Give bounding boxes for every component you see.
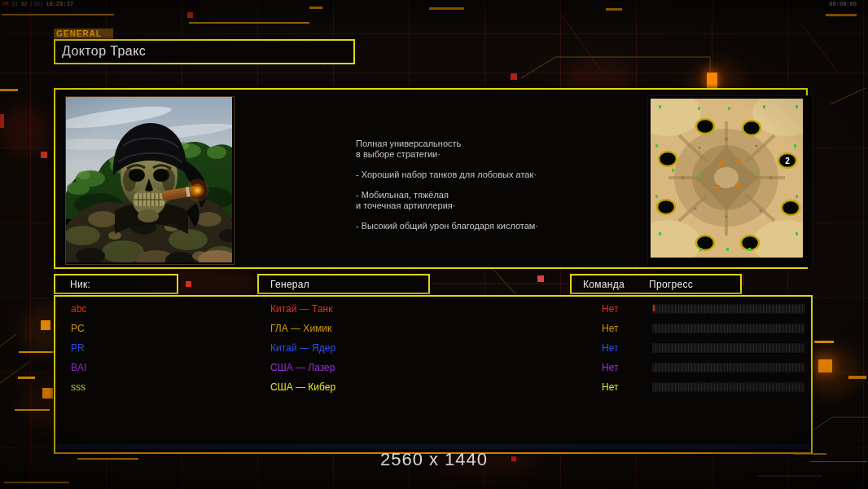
decor-line <box>429 7 464 10</box>
player-general: ГЛА — Химик <box>270 323 331 334</box>
description-paragraph: - Высокий общий урон благодаря кислотам· <box>356 221 616 231</box>
player-nick: abc <box>71 303 86 315</box>
description-paragraph: - Мобильная, тяжёлая и точечная артиллер… <box>356 190 616 211</box>
player-team: Нет <box>602 323 618 334</box>
player-general: Китай — Танк <box>270 303 332 315</box>
player-team: Нет <box>602 362 618 373</box>
player-row[interactable]: abc Китай — Танк Нет <box>55 301 811 319</box>
player-team: Нет <box>602 342 618 354</box>
map-start-badge: 2 <box>785 156 790 165</box>
player-progress-bar <box>651 342 806 354</box>
decor-line <box>810 461 867 462</box>
description-paragraph: - Хороший набор танков для лобовых атак· <box>356 170 616 180</box>
decor-line <box>814 341 834 343</box>
player-team: Нет <box>602 381 618 393</box>
player-row[interactable]: PC ГЛА — Химик Нет <box>55 320 811 338</box>
map-preview[interactable]: 2 <box>651 99 803 258</box>
progress-cursor <box>653 305 655 311</box>
map-preview-frame: 2 <box>647 95 813 267</box>
decor-line <box>309 7 322 9</box>
player-list-panel: abc Китай — Танк Нет PC ГЛА — Химик Нет … <box>54 295 813 454</box>
decor-line <box>848 376 866 379</box>
decor-line <box>19 351 54 353</box>
header-progress: Прогресс <box>649 279 693 290</box>
header-general: Генерал <box>270 279 309 290</box>
decor-square <box>707 73 717 90</box>
debug-clock: 16:29:37 <box>46 1 73 7</box>
decor-glow <box>0 106 49 155</box>
player-nick: PR <box>71 342 85 354</box>
header-general-box: Генерал <box>257 274 430 294</box>
general-portrait <box>66 97 232 262</box>
player-progress-bar <box>651 362 806 373</box>
decor-line <box>189 22 309 24</box>
decor-square <box>186 281 191 287</box>
decor-line <box>606 8 622 11</box>
player-nick: PC <box>71 323 85 334</box>
player-team: Нет <box>602 303 618 315</box>
debug-fps: 31 <box>11 1 17 7</box>
general-description: Полная универсальность в выборе стратеги… <box>356 139 616 241</box>
debug-overlay: UR3132[30]16:29:37 <box>2 1 76 7</box>
decor-square <box>41 320 50 330</box>
decor-line <box>15 409 50 411</box>
decor-line <box>0 89 18 91</box>
general-portrait-frame <box>65 96 235 265</box>
decor-square <box>0 114 4 128</box>
debug-user: UR <box>2 1 8 7</box>
decor-line <box>2 14 114 15</box>
decor-square <box>187 12 193 18</box>
decor-square <box>42 388 53 399</box>
header-nick: Ник: <box>70 279 90 290</box>
description-paragraph: Полная универсальность в выборе стратеги… <box>356 139 616 160</box>
decor-square <box>537 275 544 282</box>
decor-line <box>4 482 69 483</box>
player-progress-bar <box>651 323 806 334</box>
debug-value: 32 <box>20 1 27 7</box>
decor-square <box>41 152 47 158</box>
general-tab-label: GENERAL <box>54 29 113 39</box>
player-row[interactable]: PR Китай — Ядер Нет <box>55 340 811 358</box>
decor-square <box>511 73 517 80</box>
general-name: Доктор Тракс <box>62 44 146 59</box>
player-general: Китай — Ядер <box>270 342 335 354</box>
match-timer: 00:00:00 <box>829 1 857 7</box>
decor-line <box>826 14 857 16</box>
general-name-box: Доктор Тракс <box>54 39 355 64</box>
player-general: США — Кибер <box>270 381 335 393</box>
player-nick: sss <box>71 381 85 393</box>
resolution-label: 2560 x 1440 <box>326 449 542 470</box>
header-team-progress-box: Команда Прогресс <box>570 274 742 294</box>
player-progress-bar <box>651 381 806 393</box>
general-info-panel: Полная универсальность в выборе стратеги… <box>54 88 808 269</box>
player-progress-bar <box>651 303 806 315</box>
player-general: США — Лазер <box>270 362 335 373</box>
player-row[interactable]: BAI США — Лазер Нет <box>55 359 811 377</box>
player-nick: BAI <box>71 362 86 373</box>
decor-line <box>77 458 138 460</box>
player-row[interactable]: sss США — Кибер Нет <box>55 379 811 397</box>
decor-line <box>18 377 35 379</box>
decor-square <box>818 359 832 372</box>
header-nick-box: Ник: <box>54 274 178 294</box>
debug-cap: [30] <box>29 1 43 7</box>
header-team: Команда <box>583 279 625 290</box>
